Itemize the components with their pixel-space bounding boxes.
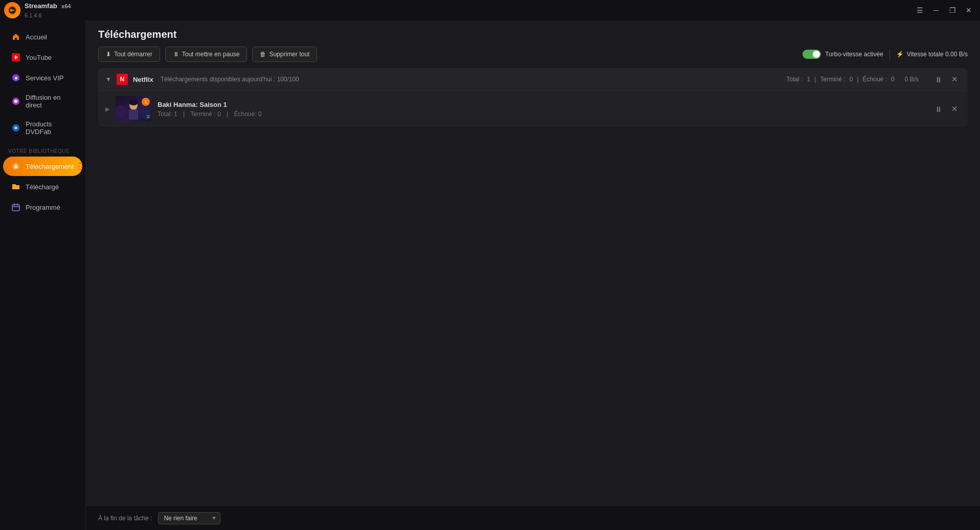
app-info: Streamfab x64 6.1.4.6 [25, 1, 71, 19]
sidebar-item-programme[interactable]: Programmé [3, 197, 82, 217]
sidebar-item-accueil[interactable]: Accueil [3, 27, 82, 47]
item-title: Baki Hanma: Saison 1 [158, 101, 926, 108]
group-total-value: 1 [807, 76, 811, 83]
item-echoue: Échoué: 0 [234, 111, 261, 118]
sidebar-label-telecharge: Téléchargé [26, 183, 59, 191]
item-thumbnail: 1 ≡ [116, 96, 151, 122]
group-echoue-value: 0 [891, 76, 895, 83]
sidebar-item-youtube[interactable]: YouTube [3, 48, 82, 67]
netflix-group-subtitle: Téléchargements disponibles aujourd'hui … [161, 76, 299, 83]
thumbnail-menu-icon[interactable]: ≡ [146, 113, 150, 120]
netflix-group-header[interactable]: ▼ N Netflix Téléchargements disponibles … [98, 68, 968, 91]
toolbar-divider [889, 49, 890, 59]
toolbar: ⬇ Tout démarrer ⏸ Tout mettre en pause 🗑… [86, 47, 980, 68]
start-all-button[interactable]: ⬇ Tout démarrer [98, 47, 160, 62]
group-speed: 0 B/s [905, 76, 919, 83]
sidebar-item-services-vip[interactable]: ★ Services VIP [3, 68, 82, 87]
turbo-switch[interactable] [803, 50, 821, 59]
content-area: Téléchargement ⬇ Tout démarrer ⏸ Tout me… [86, 20, 980, 530]
thumbnail-badge: 1 [142, 98, 150, 106]
item-chevron-icon[interactable]: ▶ [105, 106, 109, 113]
pause-all-button[interactable]: ⏸ Tout mettre en pause [165, 47, 248, 62]
svg-rect-15 [129, 109, 138, 120]
netflix-pause-button[interactable]: ⏸ [932, 73, 944, 85]
titlebar: Streamfab x64 6.1.4.6 ☰ ─ ❐ ✕ [0, 0, 980, 20]
folder-icon [11, 182, 20, 191]
task-end-label: À la fin de la tâche : [98, 515, 152, 522]
star-icon: ★ [11, 73, 20, 82]
task-end-select[interactable]: Ne rien faire Éteindre Mettre en veille [158, 512, 220, 524]
sidebar-label-accueil: Accueil [26, 33, 47, 41]
item-close-button[interactable]: ✕ [948, 103, 961, 115]
item-pause-button[interactable]: ⏸ [932, 103, 944, 115]
app-logo [4, 2, 20, 18]
bottom-bar: À la fin de la tâche : Ne rien faire Éte… [86, 505, 980, 530]
menu-button[interactable]: ☰ [912, 3, 927, 17]
group-termine-value: 0 [850, 76, 853, 83]
restore-button[interactable]: ❐ [945, 3, 960, 17]
download-item: ▶ [98, 91, 968, 127]
app-arch: x64 [61, 3, 71, 9]
download-list: ▼ N Netflix Téléchargements disponibles … [86, 68, 980, 505]
pause-icon: ⏸ [173, 51, 179, 58]
page-title: Téléchargement [98, 29, 968, 40]
minimize-button[interactable]: ─ [929, 3, 943, 17]
app-version: 6.1.4.6 [25, 12, 42, 18]
toggle-knob [813, 51, 820, 58]
disc-icon [11, 123, 20, 132]
bolt-icon: ⚡ [896, 51, 904, 58]
svg-text:★: ★ [14, 75, 18, 81]
speed-label: Vitesse totale 0.00 B/s [907, 51, 968, 58]
sidebar-label-programme: Programmé [26, 204, 60, 211]
sidebar-item-diffusion[interactable]: Diffusion en direct [3, 89, 82, 114]
group-termine-label: Terminé : [820, 76, 845, 83]
sidebar-label-services-vip: Services VIP [26, 74, 63, 82]
broadcast-icon [11, 97, 20, 106]
svg-point-7 [14, 100, 17, 103]
home-icon [11, 32, 20, 41]
speed-info: ⚡ Vitesse totale 0.00 B/s [896, 51, 968, 58]
sidebar-item-telecharge[interactable]: Téléchargé [3, 177, 82, 196]
content-header: Téléchargement [86, 20, 980, 47]
toolbar-right: Turbo-vitesse activée ⚡ Vitesse totale 0… [803, 49, 968, 59]
telechargement-badge: 1 [79, 162, 82, 170]
group-total-label: Total : [787, 76, 803, 83]
close-button[interactable]: ✕ [962, 3, 976, 17]
svg-point-10 [15, 127, 16, 128]
titlebar-controls: ☰ ─ ❐ ✕ [912, 3, 976, 17]
titlebar-left: Streamfab x64 6.1.4.6 [4, 1, 71, 19]
svg-point-16 [129, 99, 138, 105]
sidebar-item-dvdfab[interactable]: Products DVDFab [3, 115, 82, 141]
item-stats: Total: 1 | Terminé : 0 | Échoué: 0 [158, 111, 926, 118]
item-total: Total: 1 [158, 111, 177, 118]
library-section-label: VOTRE BIBLIOTHÈQUE [0, 141, 85, 156]
group-chevron-icon[interactable]: ▼ [105, 76, 112, 83]
svg-rect-12 [12, 205, 19, 211]
group-echoue-label: Échoué : [863, 76, 887, 83]
item-termine: Terminé : 0 [190, 111, 220, 118]
youtube-icon [11, 53, 20, 62]
netflix-download-group: ▼ N Netflix Téléchargements disponibles … [98, 68, 968, 127]
netflix-group-actions: ⏸ ✕ [932, 73, 961, 85]
sidebar-item-telechargement[interactable]: Téléchargement 1 [3, 157, 82, 176]
main-layout: Accueil YouTube ★ Services VIP [0, 20, 980, 530]
netflix-close-button[interactable]: ✕ [948, 73, 961, 85]
sidebar-label-youtube: YouTube [26, 54, 52, 61]
sidebar-label-diffusion: Diffusion en direct [26, 94, 74, 109]
calendar-icon [11, 203, 20, 212]
app-name: Streamfab [25, 2, 57, 10]
download-small-icon: ⬇ [106, 51, 111, 58]
sidebar-label-telechargement: Téléchargement [26, 163, 74, 170]
sidebar: Accueil YouTube ★ Services VIP [0, 20, 86, 530]
netflix-group-stats: Total : 1 | Terminé : 0 | Échoué : 0 0 B… [787, 76, 919, 83]
task-end-select-wrapper: Ne rien faire Éteindre Mettre en veille … [158, 512, 220, 524]
item-info: Baki Hanma: Saison 1 Total: 1 | Terminé … [158, 101, 926, 118]
netflix-group-title: Netflix [133, 76, 153, 83]
download-icon [11, 162, 20, 171]
delete-all-button[interactable]: 🗑 Supprimer tout [252, 47, 317, 62]
netflix-badge: N [117, 74, 128, 85]
sidebar-label-dvdfab: Products DVDFab [26, 120, 74, 136]
item-actions: ⏸ ✕ [932, 103, 961, 115]
trash-icon: 🗑 [260, 51, 266, 58]
turbo-label: Turbo-vitesse activée [825, 51, 883, 58]
